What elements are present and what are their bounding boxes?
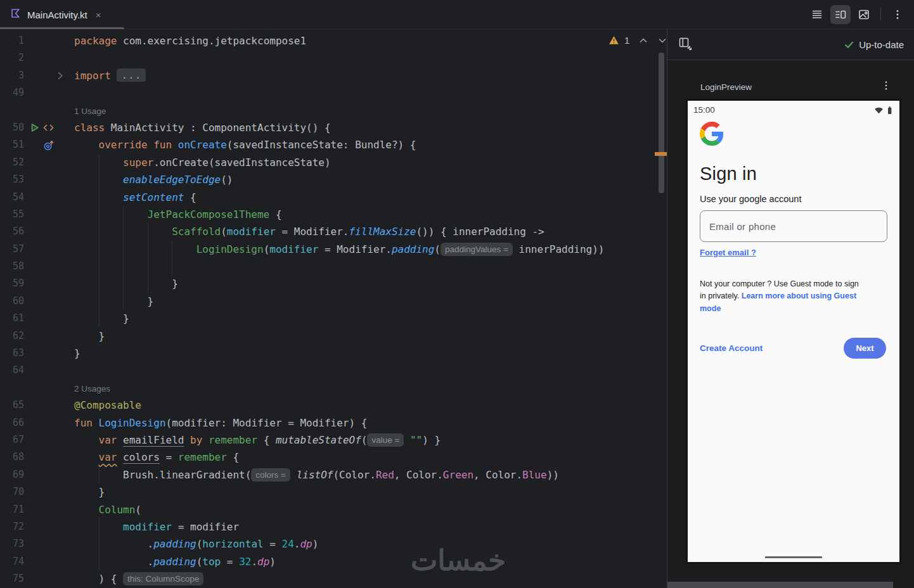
code-token: ) {	[99, 573, 124, 585]
indent-guide	[172, 241, 172, 258]
layout-view-icon[interactable]	[678, 36, 692, 53]
code-line[interactable]: 50class MainActivity : ComponentActivity…	[0, 119, 667, 136]
code-line[interactable]: 71 Column(	[0, 501, 667, 518]
preview-toolbar: Up-to-date	[667, 29, 914, 60]
code-line[interactable]: 64	[0, 362, 667, 379]
indent-guide	[148, 258, 148, 275]
warning-stripe-marker[interactable]	[655, 152, 667, 156]
preview-hscrollbar-thumb[interactable]	[667, 582, 893, 588]
code-token: {	[269, 208, 281, 220]
create-account-link[interactable]: Create Account	[700, 343, 763, 353]
line-number: 63	[0, 345, 24, 362]
code-line[interactable]: 66fun LoginDesign(modifier: Modifier = M…	[0, 414, 667, 431]
signin-screen: Sign in Use your google account Email or…	[688, 122, 899, 359]
fold-arrow-icon[interactable]	[55, 70, 66, 82]
line-number: 66	[0, 414, 24, 431]
code-line[interactable]: 54 setContent {	[0, 189, 667, 206]
usages-hint[interactable]: 1 Usage	[74, 106, 106, 116]
code-line[interactable]: 59 }	[0, 275, 667, 292]
code-line[interactable]: 68 var colors = remember {	[0, 449, 667, 466]
code-line[interactable]: 51 override fun onCreate(savedInstanceSt…	[0, 136, 667, 153]
indent-guide	[99, 275, 100, 292]
warning-count: 1	[624, 35, 629, 46]
code-line[interactable]: 49	[0, 84, 667, 101]
indent-guide	[99, 293, 100, 310]
code-token: @Composable	[74, 399, 141, 411]
split-view-icon[interactable]	[830, 5, 851, 24]
code-token: super	[123, 157, 153, 169]
line-number: 71	[0, 501, 24, 518]
indent-guide	[99, 310, 100, 327]
markup-icon[interactable]	[42, 122, 55, 134]
usages-hint[interactable]: 2 Usages	[74, 384, 110, 393]
code-line[interactable]: 62 }	[0, 328, 667, 345]
code-line[interactable]: 53 enableEdgeToEdge()	[0, 171, 667, 188]
code-line[interactable]: 69 Brush.linearGradient(colors = listOf(…	[0, 466, 667, 483]
code-line[interactable]: 61 }	[0, 310, 667, 327]
kebab-menu-icon[interactable]	[881, 80, 891, 93]
close-icon[interactable]: ×	[96, 10, 101, 20]
code-line[interactable]: 1 Usage	[0, 102, 667, 119]
indent-guide	[99, 154, 100, 171]
run-icon[interactable]	[29, 122, 41, 134]
watermark-logo: خمسات	[398, 544, 518, 577]
code-line[interactable]: 52 super.onCreate(savedInstanceState)	[0, 154, 667, 171]
code-line[interactable]: 2	[0, 49, 667, 67]
code-line[interactable]: 60 }	[0, 293, 667, 310]
code-view-icon[interactable]	[807, 5, 827, 24]
chevron-up-icon[interactable]	[638, 35, 648, 46]
code-token	[290, 469, 297, 481]
code-line[interactable]: 72 modifier = modifier	[0, 518, 667, 535]
next-button[interactable]: Next	[844, 338, 886, 359]
code-token: emailField	[123, 434, 184, 446]
code-line[interactable]: 57 LoginDesign(modifier = Modifier.paddi…	[0, 241, 667, 258]
override-icon[interactable]	[42, 139, 55, 151]
code-line[interactable]: 56 Scaffold(modifier = Modifier.fillMaxS…	[0, 223, 667, 240]
line-number: 64	[0, 362, 24, 379]
code-line[interactable]: 1package com.exercising.jetpackcompose1	[0, 32, 667, 49]
code-line[interactable]: 73 .padding(horizontal = 24.dp)	[0, 535, 667, 553]
code-token: }	[99, 330, 105, 342]
code-token: var	[99, 451, 117, 463]
code-line[interactable]: 65@Composable	[0, 397, 667, 414]
folded-imports[interactable]: ...	[117, 68, 146, 82]
code-token	[117, 434, 123, 446]
status-time: 15:00	[693, 105, 715, 115]
code-token: (	[221, 226, 227, 238]
line-number: 51	[0, 136, 24, 153]
forget-email-link[interactable]: Forget email ?	[700, 248, 756, 257]
indent-guide	[148, 241, 148, 258]
line-number	[0, 102, 24, 119]
tab-mainactivity[interactable]: MainActivity.kt ×	[0, 0, 110, 29]
kebab-menu-icon[interactable]	[887, 5, 908, 24]
code-token: Brush.linearGradient(	[123, 469, 251, 481]
code-line[interactable]: 67 var emailField by remember { mutableS…	[0, 431, 667, 449]
editor-scrollbar-thumb[interactable]	[659, 53, 664, 193]
code-line[interactable]: 2 Usages	[0, 380, 667, 397]
design-view-icon[interactable]	[854, 5, 874, 24]
status-label: Up-to-date	[859, 39, 904, 50]
code-token: (modifier: Modifier = Modifier) {	[166, 417, 368, 429]
line-number: 53	[0, 171, 24, 188]
code-line[interactable]: 3import ...	[0, 67, 667, 84]
code-line[interactable]: 55 JetPackCompose1Theme {	[0, 206, 667, 223]
code-line[interactable]: 58	[0, 258, 667, 275]
chevron-down-icon[interactable]	[657, 35, 667, 46]
code-token: (	[361, 434, 368, 446]
code-token: Scaffold	[172, 226, 221, 238]
code-token: =	[264, 538, 282, 550]
code-token: top	[202, 556, 221, 568]
email-input[interactable]: Email or phone	[700, 210, 887, 242]
inspections-widget[interactable]: 1	[608, 35, 667, 46]
line-number: 3	[0, 67, 24, 84]
code-line[interactable]: 63}	[0, 345, 667, 362]
code-token: = Modifier.	[318, 243, 392, 255]
line-number: 65	[0, 397, 24, 414]
code-line[interactable]: 75 ) { this: ColumnScope	[0, 570, 667, 587]
code-token	[117, 451, 123, 463]
toolbar-separator	[880, 8, 881, 21]
code-token: 32	[239, 556, 251, 568]
code-line[interactable]: 74 .padding(top = 32.dp)	[0, 553, 667, 570]
code-editor[interactable]: 1package com.exercising.jetpackcompose12…	[0, 29, 667, 588]
code-line[interactable]: 70 }	[0, 483, 667, 501]
